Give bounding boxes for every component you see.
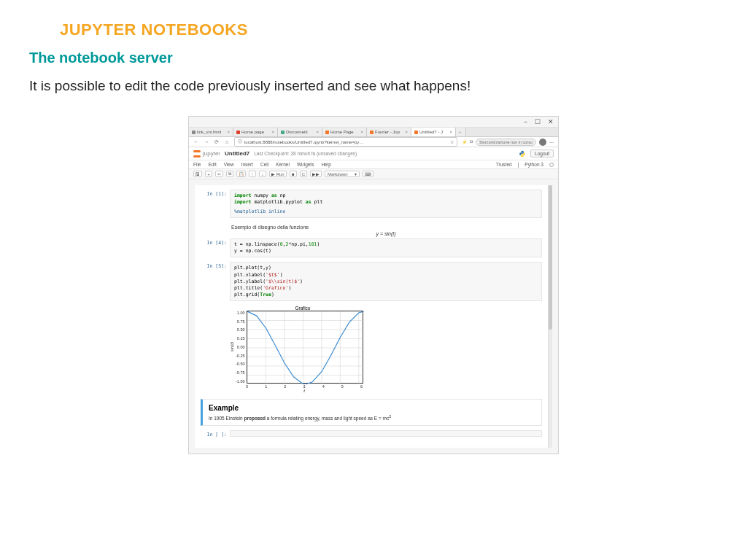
star-icon[interactable]: ☆: [450, 139, 454, 144]
bookmark-icon[interactable]: ⚡: [462, 139, 467, 144]
tab-home-page-1[interactable]: Home page×: [233, 128, 278, 136]
forward-button[interactable]: →: [204, 139, 209, 145]
more-icon[interactable]: ⋯: [549, 139, 554, 144]
example-body: In 1905 Einstein proposed a formula rela…: [209, 414, 535, 421]
avatar[interactable]: [539, 139, 546, 146]
stop-button[interactable]: ■: [290, 171, 297, 177]
tab-label: Untitled7 - J: [419, 130, 443, 134]
maximize-icon[interactable]: ☐: [535, 118, 541, 125]
reload-button[interactable]: ⟳: [214, 139, 220, 145]
md-text: Esempio di disegno della funzione: [231, 225, 541, 230]
code-cell[interactable]: In [ ]:: [201, 430, 542, 438]
url-input[interactable]: ⓘ localhost:8888/notebooks/Untitled7.ipy…: [234, 137, 457, 147]
code-input[interactable]: import numpy as np import matplotlib.pyp…: [230, 190, 542, 218]
tab-label: link_uni.html: [197, 130, 221, 134]
info-icon: ⓘ: [238, 139, 242, 145]
notebook-menubar: File Edit View Insert Cell Kernel Widget…: [189, 160, 558, 169]
tab-disconnetti[interactable]: Disconnetti×: [278, 128, 322, 136]
celltype-select[interactable]: Markdown▾: [325, 171, 360, 177]
input-prompt: In [1]:: [201, 190, 230, 197]
browser-window: − ☐ ✕ link_uni.html× Home page× Disconne…: [188, 116, 559, 454]
address-bar: ← → ⟳ ⌂ ⓘ localhost:8888/notebooks/Untit…: [189, 137, 558, 147]
tab-label: Disconnetti: [286, 130, 308, 134]
cut-button[interactable]: ✂: [215, 171, 223, 177]
markdown-cell-editing[interactable]: Example In 1905 Einstein proposed a form…: [201, 399, 542, 426]
tab-label: Home Page: [330, 130, 354, 134]
chevron-down-icon: ▾: [355, 171, 357, 176]
home-button[interactable]: ⌂: [224, 139, 230, 145]
menu-widgets[interactable]: Widgets: [297, 162, 314, 167]
celltype-value: Markdown: [328, 172, 348, 176]
chart-title: Grafico: [244, 306, 361, 311]
kernel-name[interactable]: Python 3: [525, 162, 543, 167]
tab-label: Home page: [241, 130, 264, 134]
menu-help[interactable]: Help: [321, 162, 330, 167]
minimize-icon[interactable]: −: [524, 118, 527, 125]
tab-close-icon[interactable]: ×: [449, 130, 452, 134]
back-button[interactable]: ←: [193, 139, 199, 145]
tab-close-icon[interactable]: ×: [316, 130, 319, 134]
copy-button[interactable]: ⧉: [226, 171, 233, 177]
code-input[interactable]: plt.plot(t,y) plt.xlabel('$t$') plt.ylab…: [230, 262, 542, 300]
slide-subheading: The notebook server: [29, 50, 718, 66]
menu-kernel[interactable]: Kernel: [276, 162, 290, 167]
reader-icon[interactable]: ⧉: [470, 139, 473, 144]
new-tab-button[interactable]: +: [456, 128, 466, 136]
menu-cell[interactable]: Cell: [260, 162, 268, 167]
run-button[interactable]: ▶ Run: [269, 171, 287, 177]
command-palette-button[interactable]: ⌨: [363, 171, 374, 177]
y-axis-label: sin(t): [230, 342, 234, 351]
move-up-button[interactable]: ↑: [249, 171, 256, 177]
tab-close-icon[interactable]: ×: [227, 130, 230, 134]
url-text: localhost:8888/notebooks/Untitled7.ipynb…: [244, 140, 363, 144]
code-input[interactable]: t = np.linspace(0,2*np.pi,101) y = np.co…: [230, 238, 542, 257]
jupyter-logo[interactable]: jupyter: [193, 150, 220, 158]
sync-status[interactable]: Sincronizzazione non in corso: [476, 139, 536, 146]
scrollbar[interactable]: [548, 185, 552, 448]
example-heading: Example: [209, 404, 535, 412]
move-down-button[interactable]: ↓: [259, 171, 266, 177]
tab-home-page-2[interactable]: Home Page×: [322, 128, 367, 136]
code-cell[interactable]: In [5]: plt.plot(t,y) plt.xlabel('$t$') …: [201, 262, 542, 300]
scroll-thumb[interactable]: [549, 185, 552, 330]
equation: y = sin(t): [231, 231, 541, 236]
tab-link-uni[interactable]: link_uni.html×: [189, 128, 233, 136]
tab-close-icon[interactable]: ×: [271, 130, 274, 134]
markdown-output: Esempio di disegno della funzione y = si…: [230, 222, 542, 238]
jupyter-wordmark: jupyter: [203, 150, 220, 157]
code-cell[interactable]: In [1]: import numpy as np import matplo…: [201, 190, 542, 218]
code-cell[interactable]: In [4]: t = np.linspace(0,2*np.pi,101) y…: [201, 238, 542, 257]
tab-close-icon[interactable]: ×: [360, 130, 363, 134]
notebook-title[interactable]: Untitled7: [225, 150, 249, 157]
logout-button[interactable]: Logout: [530, 149, 554, 158]
input-prompt: In [5]:: [201, 262, 230, 269]
jupyter-icon: [193, 150, 201, 158]
window-titlebar: − ☐ ✕: [189, 117, 558, 128]
menu-view[interactable]: View: [224, 162, 234, 167]
save-button[interactable]: 🖫: [193, 171, 202, 177]
checkpoint-status: Last Checkpoint: 28 minuti fa (unsaved c…: [254, 151, 357, 156]
notebook-toolbar: 🖫 + ✂ ⧉ 📋 ↑ ↓ ▶ Run ■ C ▶▶ Markdown▾ ⌨: [189, 169, 558, 179]
browser-tabs: link_uni.html× Home page× Disconnetti× H…: [189, 128, 558, 137]
plot-area: [247, 311, 363, 384]
tab-close-icon[interactable]: ×: [405, 130, 408, 134]
kernel-indicator-icon: [549, 163, 554, 167]
notebook-header: jupyter Untitled7 Last Checkpoint: 28 mi…: [189, 147, 558, 160]
input-prompt: In [ ]:: [201, 430, 230, 438]
tab-fourier[interactable]: Fourier - Jup×: [367, 128, 411, 136]
menu-insert[interactable]: Insert: [241, 162, 253, 167]
code-input[interactable]: [230, 430, 542, 437]
svg-point-1: [523, 155, 524, 156]
python-icon: [519, 150, 526, 158]
add-cell-button[interactable]: +: [205, 171, 212, 177]
close-icon[interactable]: ✕: [548, 118, 554, 125]
x-axis-label: t: [246, 389, 363, 393]
slide-title: JUPYTER NOTEBOOKS: [60, 20, 718, 39]
menu-edit[interactable]: Edit: [208, 162, 216, 167]
paste-button[interactable]: 📋: [236, 171, 246, 177]
restart-button[interactable]: C: [300, 171, 307, 177]
run-all-button[interactable]: ▶▶: [310, 171, 322, 177]
tab-untitled7[interactable]: Untitled7 - J×: [411, 128, 456, 136]
notebook-body: In [1]: import numpy as np import matplo…: [189, 179, 558, 454]
menu-file[interactable]: File: [193, 162, 201, 167]
